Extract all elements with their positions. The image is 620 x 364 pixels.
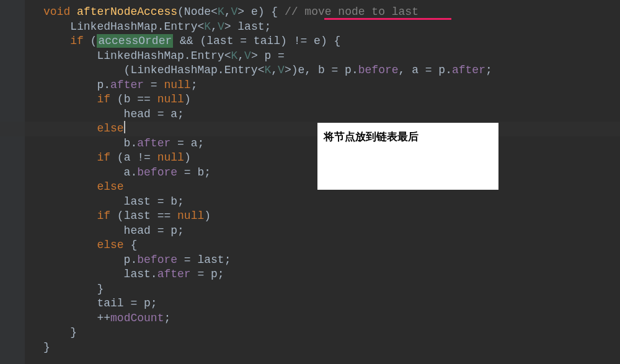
text: > e) { [237,6,285,18]
keyword: if [43,151,110,164]
code-line: last = b; [43,195,620,210]
text: && (last = tail) != e) { [173,35,340,47]
field: after [137,137,170,149]
text: (last == [110,210,177,222]
field: after [452,64,485,76]
keyword: null [157,93,184,105]
text: , [224,6,231,18]
text: last. [43,268,157,280]
code-line: last.after = p; [43,267,620,282]
text: } [43,341,50,353]
text: tail = p; [43,297,157,309]
text: = b; [177,166,211,179]
text: ; [191,79,198,91]
keyword: else [43,180,124,193]
text: head = a; [43,108,184,120]
text: > p = [251,50,285,62]
text: = last; [177,254,231,266]
field: modCount [110,312,164,324]
text: ( [84,35,97,47]
text: last = b; [43,195,184,208]
text: p. [43,254,137,266]
code-line: } [43,282,620,297]
keyword: void [43,6,70,18]
keyword: if [43,93,110,105]
text: > last; [224,20,272,33]
field: before [137,166,177,179]
text: (LinkedHashMap.Entry< [43,64,264,76]
keyword: null [157,151,184,164]
keyword: else [43,122,124,135]
text: , [271,64,278,76]
code-line: head = p; [43,224,620,239]
code-line: head = a; [43,107,620,122]
code-editor[interactable]: void afterNodeAccess(Node<K,V> e) { // m… [0,0,620,360]
text: ) [204,210,211,222]
text: b. [43,137,137,149]
text: >)e, b = p. [285,64,358,76]
text: p. [43,79,110,91]
text: LinkedHashMap.Entry< [43,20,204,33]
code-line: (LinkedHashMap.Entry<K,V>)e, b = p.befor… [43,63,620,78]
text: , [237,50,244,62]
text: (a != [110,151,157,164]
generic-type: V [244,50,251,62]
keyword: else [43,239,124,251]
field: before [137,254,177,266]
code-line: } [43,326,620,340]
code-line: void afterNodeAccess(Node<K,V> e) { // m… [43,5,620,20]
code-line: else { [43,238,620,253]
text: LinkedHashMap.Entry< [43,50,231,62]
field: after [110,79,144,91]
field: before [358,64,399,76]
generic-type: K [231,50,237,62]
code-line: tail = p; [43,296,620,311]
code-line: p.before = last; [43,253,620,268]
keyword: null [164,79,190,91]
generic-type: K [204,20,211,33]
text: , [211,20,218,33]
text-caret [124,121,125,133]
text: head = p; [43,224,184,237]
generic-type: V [278,64,285,76]
tooltip-text: 将节点放到链表最后 [324,131,418,143]
generic-type: K [264,64,271,76]
highlighted-identifier: accessOrder [97,34,173,48]
keyword: if [43,35,84,47]
text: a. [43,166,137,179]
code-line: } [43,340,620,355]
text: = p; [191,268,224,280]
code-line: ++modCount; [43,311,620,326]
text: (b == [110,93,157,105]
code-line: if (b == null) [43,92,620,107]
generic-type: V [231,6,238,18]
text: , a = p. [399,64,452,76]
text: ) [184,151,191,164]
field: after [157,268,191,280]
text: ; [164,312,170,324]
comment: // move node to last [285,6,418,18]
tooltip-popup: 将节点放到链表最后 [317,123,498,190]
method-name: afterNodeAccess [77,6,177,18]
text: } [43,326,77,339]
keyword: if [43,210,110,222]
text: ; [485,64,492,76]
text: = [144,79,164,91]
code-line: p.after = null; [43,78,620,93]
text: (Node< [177,6,218,18]
text: { [124,239,138,251]
text: = a; [170,137,204,149]
code-line: if (accessOrder && (last = tail) != e) { [43,34,620,49]
generic-type: V [218,20,224,33]
text: ) [184,93,191,105]
text: } [43,283,104,295]
code-line: LinkedHashMap.Entry<K,V> last; [43,20,620,35]
keyword: null [177,210,204,222]
generic-type: K [218,6,224,18]
code-line: LinkedHashMap.Entry<K,V> p = [43,49,620,64]
code-line: if (last == null) [43,209,620,224]
text: ++ [43,312,110,324]
